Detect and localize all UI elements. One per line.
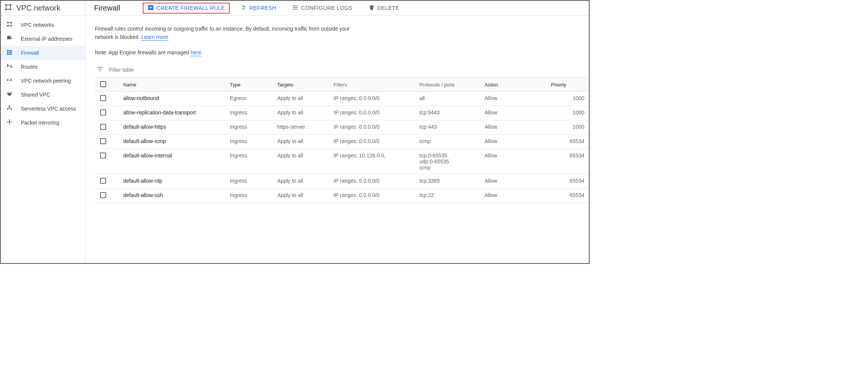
row-checkbox[interactable]	[100, 109, 106, 115]
sidebar-item-label: External IP addresses	[21, 36, 73, 42]
sidebar-item-external-ip-addresses[interactable]: External IP addresses	[1, 32, 85, 46]
app-engine-here-link[interactable]: here	[191, 49, 201, 56]
table-row[interactable]: default-allow-httpsIngresshttps-serverIP…	[95, 120, 589, 135]
shared-icon	[6, 91, 13, 99]
sidebar-item-serverless-vpc-access[interactable]: Serverless VPC access	[1, 102, 85, 115]
col-name[interactable]: Name	[123, 78, 230, 92]
sidebar-item-label: VPC networks	[21, 22, 54, 28]
note-text: Note: App Engine firewalls are managed h…	[95, 49, 589, 55]
sidebar-item-label: Shared VPC	[21, 92, 50, 98]
col-priority[interactable]: Priority	[551, 78, 589, 92]
trash-icon	[368, 4, 375, 12]
serverless-icon	[6, 105, 13, 112]
logs-icon	[292, 4, 299, 12]
filter-icon	[96, 65, 104, 74]
ext-ip-icon	[6, 35, 13, 43]
table-row[interactable]: default-allow-sshIngressApply to allIP r…	[95, 189, 589, 203]
svg-point-1	[10, 79, 12, 81]
svg-point-0	[7, 79, 9, 81]
col-protocols[interactable]: Protocols / ports	[419, 78, 485, 92]
sidebar-item-vpc-network-peering[interactable]: VPC network peering	[1, 74, 85, 88]
table-row[interactable]: default-allow-rdpIngressApply to allIP r…	[95, 174, 589, 189]
row-checkbox[interactable]	[100, 178, 106, 184]
sidebar-item-firewall[interactable]: Firewall	[1, 46, 85, 60]
mirror-icon	[6, 119, 13, 126]
vpc-icon	[6, 21, 13, 29]
delete-button[interactable]: Delete	[363, 2, 405, 14]
row-checkbox[interactable]	[100, 152, 106, 159]
sidebar-item-routes[interactable]: Routes	[1, 60, 85, 74]
row-checkbox[interactable]	[100, 138, 106, 144]
select-all-checkbox[interactable]	[100, 81, 106, 87]
product-header: VPC network	[1, 1, 85, 15]
table-row[interactable]: default-allow-icmpIngressApply to allIP …	[95, 135, 589, 149]
create-firewall-rule-button[interactable]: Create Firewall Rule	[143, 3, 230, 14]
intro-text: Firewall rules control incoming or outgo…	[95, 25, 359, 41]
sidebar-item-packet-mirroring[interactable]: Packet mirroring	[1, 115, 85, 129]
sidebar-item-label: Routes	[21, 64, 37, 70]
filter-table-input[interactable]	[108, 66, 222, 73]
firewall-rules-table: Name Type Targets Filters Protocols / po…	[95, 78, 589, 203]
product-logo-icon	[4, 3, 12, 13]
col-filters[interactable]: Filters	[334, 78, 419, 92]
col-targets[interactable]: Targets	[277, 78, 334, 92]
refresh-button[interactable]: Refresh	[235, 2, 281, 14]
table-row[interactable]: allow-outboundEgressApply to allIP range…	[95, 92, 589, 106]
toolbar: Firewall Create Firewall Rule Refresh Co…	[86, 1, 589, 15]
row-checkbox[interactable]	[100, 124, 106, 130]
sidebar-item-label: Serverless VPC access	[21, 106, 76, 112]
refresh-icon	[240, 4, 247, 12]
sidebar-item-label: VPC network peering	[21, 78, 71, 84]
plus-icon	[147, 4, 154, 12]
page-title: Firewall	[94, 4, 120, 12]
routes-icon	[6, 63, 13, 71]
sidebar-item-shared-vpc[interactable]: Shared VPC	[1, 88, 85, 102]
sidebar: VPC network VPC networksExternal IP addr…	[1, 1, 86, 263]
peering-icon	[6, 77, 13, 85]
col-type[interactable]: Type	[230, 78, 277, 92]
configure-logs-button[interactable]: Configure Logs	[287, 2, 358, 14]
table-row[interactable]: default-allow-internalIngressApply to al…	[95, 149, 589, 174]
sidebar-item-vpc-networks[interactable]: VPC networks	[1, 18, 85, 32]
col-action[interactable]: Action	[485, 78, 551, 92]
row-checkbox[interactable]	[100, 95, 106, 101]
row-checkbox[interactable]	[100, 192, 106, 198]
sidebar-item-label: Packet mirroring	[21, 120, 59, 126]
firewall-icon	[6, 49, 13, 57]
table-row[interactable]: allow-replication-data-transportIngressA…	[95, 106, 589, 120]
sidebar-item-label: Firewall	[21, 50, 39, 56]
product-title: VPC network	[16, 4, 60, 12]
learn-more-link[interactable]: Learn more	[141, 34, 168, 41]
